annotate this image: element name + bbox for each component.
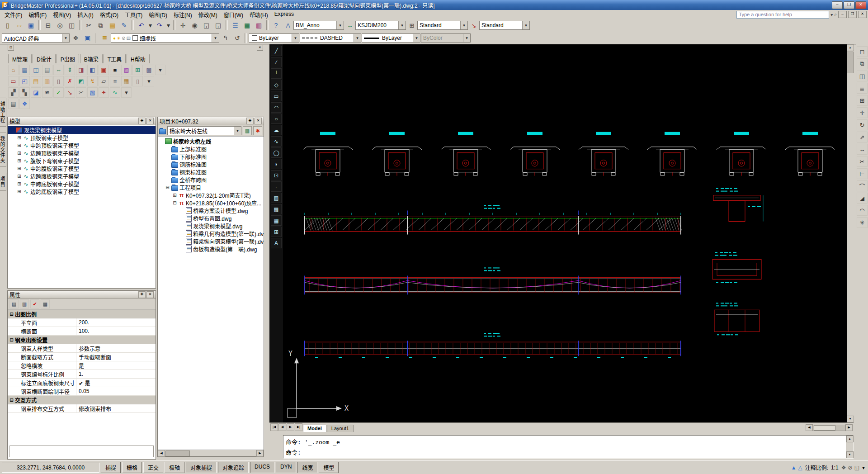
modify-tool-button[interactable]: ⇗ — [857, 132, 868, 142]
bm-tool-button[interactable]: ⇕ — [65, 65, 75, 75]
status-toggle-button[interactable]: 模型 — [319, 462, 339, 473]
toolbar-button[interactable]: ↺ — [231, 33, 243, 44]
bm-tool-button[interactable]: ▦ — [19, 65, 30, 75]
scroll-down-icon[interactable]: ▼ — [847, 416, 854, 422]
command-window[interactable]: 命令: '_.zoom _e 命令: ▲ ▼ — [283, 435, 854, 459]
toolbar-button[interactable]: ▱ — [14, 20, 25, 31]
toolbar-button[interactable] — [79, 20, 81, 30]
project-tree-item[interactable]: 下部标准图 — [158, 153, 264, 161]
layout-nav-button[interactable]: ▶| — [295, 423, 302, 431]
toolbar-button[interactable]: ▾ — [165, 20, 171, 31]
toolbar-button[interactable]: ☰ — [230, 20, 241, 31]
toolbar-button[interactable]: ✂ — [83, 20, 94, 31]
toolbar-button[interactable]: ▯ — [2, 20, 13, 31]
toolbar-button[interactable]: ◱ — [201, 20, 212, 31]
draw-tool-button[interactable]: ◠ — [271, 102, 282, 113]
toolbar-button[interactable]: ⧉ — [95, 20, 106, 31]
status-toggle-button[interactable]: 线宽 — [297, 462, 317, 473]
modify-tool-button[interactable]: ⧉ — [857, 58, 868, 69]
style-combo[interactable]: KSJDIM200 — [355, 21, 406, 30]
project-tree-item[interactable]: 钢束标准图 — [158, 168, 264, 176]
layout-tab[interactable]: Model — [303, 425, 326, 432]
bm-tool-button[interactable]: ❖ — [19, 99, 30, 109]
modify-tool-button[interactable]: ✳ — [857, 217, 868, 228]
canvas-horizontal-scrollbar[interactable]: ◀ ▶ — [806, 424, 853, 431]
layer-combo[interactable]: ● ☀ ⊘ ▤ 细虚线 — [111, 33, 219, 43]
tree-expander-icon[interactable]: ⊞ — [17, 166, 22, 171]
toolbar-button[interactable]: ▤ — [107, 20, 118, 31]
toolbar-button[interactable] — [266, 20, 269, 30]
menu-item[interactable]: 格式(O) — [97, 10, 122, 19]
tree-expander-icon[interactable]: ⊟ — [172, 200, 177, 205]
group-collapse-icon[interactable]: ⊟ — [9, 398, 14, 403]
project-tree-item[interactable]: 杨家岭大桥左线 — [158, 137, 264, 145]
pin-icon[interactable]: ✚ — [138, 291, 146, 298]
maximize-button[interactable]: ❐ — [844, 1, 854, 9]
status-tray-icon[interactable]: ⊘ — [848, 465, 853, 470]
bm-tool-button[interactable]: ≡ — [110, 76, 120, 86]
tree-expander-icon[interactable]: ⊞ — [17, 189, 22, 194]
bm-tool-button[interactable]: ◧ — [87, 65, 98, 75]
toolbar-button[interactable]: ▣ — [82, 33, 93, 44]
model-tree-item[interactable]: ⊞ 边跨顶板钢束子模型 — [8, 149, 156, 157]
tree-expander-icon[interactable]: ⊟ — [165, 185, 170, 190]
property-value[interactable]: 手动截取断面 — [76, 353, 156, 361]
pin-icon[interactable]: ✚ — [138, 118, 146, 124]
menu-item[interactable]: Express — [271, 10, 297, 19]
layout-tab[interactable]: Layout1 — [327, 425, 354, 432]
property-value[interactable]: ✔ 是 — [76, 379, 156, 387]
model-tree-item[interactable]: ⊞ 顶板钢束子模型 — [8, 134, 156, 142]
draw-tool-button[interactable]: ◯ — [271, 147, 282, 158]
draw-tool-button[interactable]: ◗ — [271, 159, 282, 169]
modify-tool-button[interactable]: ✛ — [857, 107, 868, 118]
model-tree-item[interactable]: ⊞ 中跨底板钢束子模型 — [8, 180, 156, 188]
toolbar-button[interactable]: ◫ — [66, 20, 77, 31]
mdi-close-button[interactable]: ✕ — [858, 11, 867, 18]
modify-tool-button[interactable]: ⊞ — [857, 95, 868, 106]
side-tab[interactable]: 我的文件夹 — [0, 133, 6, 167]
bm-tool-button[interactable]: ▯ — [132, 76, 143, 86]
bm-tool-button[interactable]: ▚ — [19, 87, 30, 98]
bm-tool-button[interactable]: ↘ — [65, 87, 75, 98]
modify-tool-button[interactable]: ↔ — [857, 144, 868, 155]
project-tree-item[interactable]: 现浇梁钢束模型.dwg — [158, 222, 264, 230]
annotation-icon[interactable]: △ — [798, 465, 802, 470]
draw-tool-button[interactable]: ▦ — [271, 215, 282, 226]
status-toggle-button[interactable]: 捕捉 — [101, 462, 121, 473]
draw-tool-button[interactable]: ▨ — [271, 193, 282, 203]
project-combo[interactable]: 杨家岭大桥左线 — [167, 126, 241, 135]
project-tree-item[interactable]: ⊞ K0+097.32(1-20m简支T梁) — [158, 191, 264, 199]
side-tab[interactable]: 项目 — [0, 173, 6, 191]
layout-nav-button[interactable]: ◀ — [278, 423, 286, 431]
bm-tool-button[interactable]: ▣ — [99, 65, 109, 75]
bm-menu-tab[interactable]: B箱梁 — [80, 54, 103, 63]
scroll-right-icon[interactable]: ▶ — [256, 450, 264, 457]
tree-expander-icon[interactable]: ⊞ — [17, 151, 22, 156]
tree-expander-icon[interactable]: ⊞ — [17, 158, 22, 163]
model-tree-item[interactable]: ⊞ 边跨腹板钢束子模型 — [8, 172, 156, 180]
toolbar-button[interactable]: ▣ — [25, 20, 37, 31]
bm-menu-tab[interactable]: P出图 — [57, 54, 79, 63]
bm-tool-button[interactable]: ◩ — [76, 76, 86, 86]
layout-nav-button[interactable]: ▶ — [287, 423, 294, 431]
tree-expander-icon[interactable]: ⊞ — [17, 143, 22, 148]
bm-tool-button[interactable]: ▭ — [8, 76, 19, 86]
layer-properties-manager-button[interactable]: ≣ — [99, 33, 110, 44]
scroll-up-icon[interactable]: ▲ — [847, 44, 854, 51]
style-combo[interactable]: Standard — [417, 21, 468, 30]
style-combo[interactable]: Standard — [479, 21, 530, 30]
menu-item[interactable]: 文件(F) — [1, 10, 25, 19]
scroll-left-icon[interactable]: ◀ — [806, 424, 813, 431]
status-toggle-button[interactable]: DUCS — [250, 462, 274, 473]
menu-item[interactable]: 绘图(D) — [146, 10, 170, 19]
bm-tool-button[interactable]: ⊞ — [132, 65, 143, 75]
bm-tool-button[interactable]: ⌂ — [8, 65, 19, 75]
bm-tool-button[interactable]: ▾ — [144, 76, 154, 86]
properties-toolbar-button[interactable]: ▤ — [9, 299, 19, 308]
toolbar-button[interactable] — [173, 20, 175, 30]
project-horizontal-scrollbar[interactable]: ◀ ▶ — [158, 450, 264, 456]
bm-tool-button[interactable]: ▯ — [53, 76, 64, 86]
status-toggle-button[interactable]: 极轴 — [165, 462, 184, 473]
close-dock-button[interactable]: ✕ — [257, 45, 263, 51]
project-tree-item[interactable]: ⊟ K0+218.85(（60+100+60)预应... — [158, 199, 264, 207]
